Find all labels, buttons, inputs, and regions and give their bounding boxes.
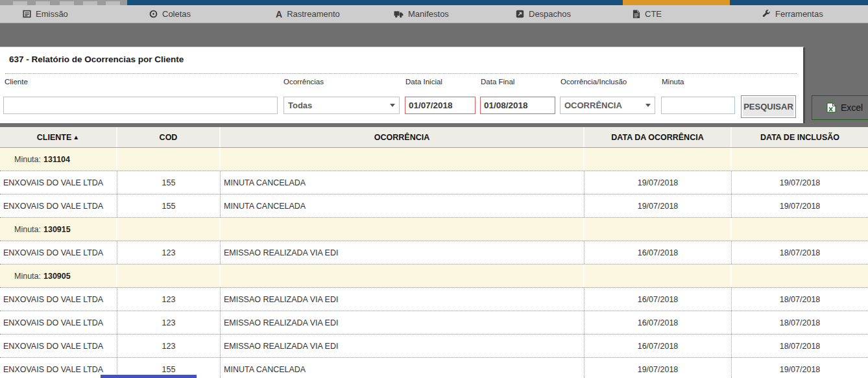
- title-separator: [5, 73, 797, 74]
- table-header-row: CLIENTE▲ COD OCORRÊNCIA DATA DA OCORRÊNC…: [0, 127, 868, 148]
- group-label: Minuta:: [14, 155, 41, 164]
- table-row: ENXOVAIS DO VALE LTDA 123 EMISSAO REALIZ…: [0, 311, 868, 335]
- cell-cod: 123: [117, 288, 221, 311]
- group-minuta-value: 130915: [43, 225, 71, 234]
- group-minuta-value: 130905: [43, 272, 71, 281]
- group-minuta-cell: Minuta:130915: [0, 218, 117, 241]
- cell-ocorrencia: EMISSAO REALIZADA VIA EDI: [221, 288, 585, 311]
- top-header-strip: [0, 0, 868, 5]
- cell-cod: 155: [117, 171, 221, 194]
- menu-item-label: Despachos: [529, 9, 571, 19]
- ocorrencia-inclusao-select[interactable]: OCORRÊNCIA: [560, 97, 655, 114]
- col-header-label: OCORRÊNCIA: [374, 133, 429, 142]
- table-row: ENXOVAIS DO VALE LTDA 123 EMISSAO REALIZ…: [0, 335, 868, 358]
- sort-asc-icon: ▲: [73, 134, 79, 141]
- menu-item-ferramentas[interactable]: Ferramentas: [762, 5, 823, 23]
- menu-item-label: Emissão: [36, 9, 68, 19]
- cell-data-ocorrencia: 19/07/2018: [585, 195, 732, 217]
- cte-icon: [633, 10, 640, 19]
- menu-item-label: Ferramentas: [775, 9, 823, 19]
- main-menu-bar: Emissão Coletas A Rastreamento Manifesto…: [0, 5, 868, 23]
- menu-item-cte[interactable]: CTE: [633, 5, 662, 23]
- cell-data-inclusao: 19/07/2018: [732, 358, 868, 378]
- group-minuta-value: 131104: [43, 155, 70, 164]
- menu-item-label: CTE: [645, 9, 662, 19]
- report-filter-panel: 637 - Relatório de Ocorrencias por Clien…: [0, 47, 805, 123]
- cliente-label: Cliente: [5, 78, 28, 86]
- empty-cell: [732, 148, 868, 171]
- empty-cell: [585, 218, 732, 241]
- coletas-icon: [149, 10, 158, 18]
- top-strip-orange-segment: [623, 0, 730, 5]
- group-minuta-cell: Minuta:131104: [0, 148, 117, 171]
- col-header-data-ocorrencia[interactable]: DATA DA OCORRÊNCIA: [585, 127, 732, 147]
- report-title: 637 - Relatório de Ocorrencias por Clien…: [9, 54, 184, 64]
- cell-cod: 123: [117, 241, 221, 264]
- cell-data-inclusao: 18/07/2018: [732, 335, 868, 357]
- menu-item-label: Manifestos: [408, 9, 449, 19]
- menu-item-rastreamento[interactable]: A Rastreamento: [276, 5, 340, 23]
- col-header-label: DATA DA OCORRÊNCIA: [611, 133, 703, 142]
- cell-data-ocorrencia: 16/07/2018: [585, 311, 732, 334]
- group-label: Minuta:: [14, 225, 41, 234]
- empty-cell: [221, 265, 585, 287]
- cell-cod: 123: [117, 311, 221, 334]
- col-header-cod[interactable]: COD: [117, 127, 221, 147]
- group-label: Minuta:: [14, 272, 41, 281]
- table-row: ENXOVAIS DO VALE LTDA 155 MINUTA CANCELA…: [0, 171, 868, 195]
- empty-cell: [117, 218, 221, 241]
- data-final-input[interactable]: [480, 97, 555, 114]
- data-final-label: Data Final: [481, 78, 514, 86]
- table-row: ENXOVAIS DO VALE LTDA 123 EMISSAO REALIZ…: [0, 288, 868, 311]
- cliente-input[interactable]: [3, 97, 278, 114]
- app-window: Emissão Coletas A Rastreamento Manifesto…: [0, 0, 868, 378]
- table-row: ENXOVAIS DO VALE LTDA 123 EMISSAO REALIZ…: [0, 241, 868, 265]
- excel-icon: [826, 102, 836, 113]
- pesquisar-button[interactable]: PESQUISAR: [741, 95, 796, 118]
- cell-cod: 155: [117, 195, 221, 217]
- cell-data-inclusao: 18/07/2018: [732, 311, 868, 334]
- cell-data-inclusao: 19/07/2018: [732, 171, 868, 194]
- empty-cell: [117, 265, 221, 287]
- menu-item-emissao[interactable]: Emissão: [23, 5, 68, 23]
- data-inicial-input[interactable]: [405, 97, 476, 114]
- menu-item-label: Rastreamento: [287, 9, 340, 19]
- cell-ocorrencia: MINUTA CANCELADA: [221, 171, 585, 194]
- cell-data-ocorrencia: 16/07/2018: [585, 241, 732, 264]
- bottom-partial-element: [101, 375, 197, 378]
- results-table: CLIENTE▲ COD OCORRÊNCIA DATA DA OCORRÊNC…: [0, 127, 868, 378]
- emissao-icon: [23, 10, 31, 18]
- empty-cell: [117, 148, 221, 171]
- menu-item-manifestos[interactable]: Manifestos: [394, 5, 449, 23]
- col-header-data-inclusao[interactable]: DATA DE INCLUSÃO: [732, 127, 868, 147]
- cell-cliente: ENXOVAIS DO VALE LTDA: [0, 358, 117, 378]
- despachos-icon: [516, 10, 524, 18]
- col-header-label: CLIENTE: [37, 133, 71, 142]
- cell-cliente: ENXOVAIS DO VALE LTDA: [0, 311, 117, 334]
- cell-cliente: ENXOVAIS DO VALE LTDA: [0, 288, 117, 311]
- col-header-cliente[interactable]: CLIENTE▲: [0, 127, 117, 147]
- empty-cell: [585, 148, 732, 171]
- cell-ocorrencia: MINUTA CANCELADA: [221, 358, 585, 378]
- data-inicial-label: Data Inicial: [405, 78, 442, 86]
- menu-item-coletas[interactable]: Coletas: [149, 5, 191, 23]
- col-header-ocorrencia[interactable]: OCORRÊNCIA: [221, 127, 585, 147]
- cell-cliente: ENXOVAIS DO VALE LTDA: [0, 171, 117, 194]
- table-row: ENXOVAIS DO VALE LTDA 155 MINUTA CANCELA…: [0, 195, 868, 218]
- cell-cliente: ENXOVAIS DO VALE LTDA: [0, 335, 117, 357]
- excel-export-button[interactable]: Excel: [812, 95, 868, 120]
- group-minuta-cell: Minuta:130905: [0, 265, 117, 287]
- minuta-input[interactable]: [661, 97, 735, 114]
- empty-cell: [732, 265, 868, 287]
- cell-data-inclusao: 18/07/2018: [732, 288, 868, 311]
- ocorrencias-select[interactable]: Todas: [283, 97, 400, 114]
- cell-ocorrencia: EMISSAO REALIZADA VIA EDI: [221, 241, 585, 264]
- menu-item-label: Coletas: [162, 9, 191, 19]
- menu-item-despachos[interactable]: Despachos: [516, 5, 571, 23]
- manifestos-icon: [394, 10, 404, 18]
- ocorrencias-selected-value: Todas: [288, 100, 387, 110]
- col-header-label: DATA DE INCLUSÃO: [760, 133, 839, 142]
- cell-cliente: ENXOVAIS DO VALE LTDA: [0, 241, 117, 264]
- cell-data-inclusao: 19/07/2018: [732, 195, 868, 217]
- empty-cell: [585, 265, 732, 287]
